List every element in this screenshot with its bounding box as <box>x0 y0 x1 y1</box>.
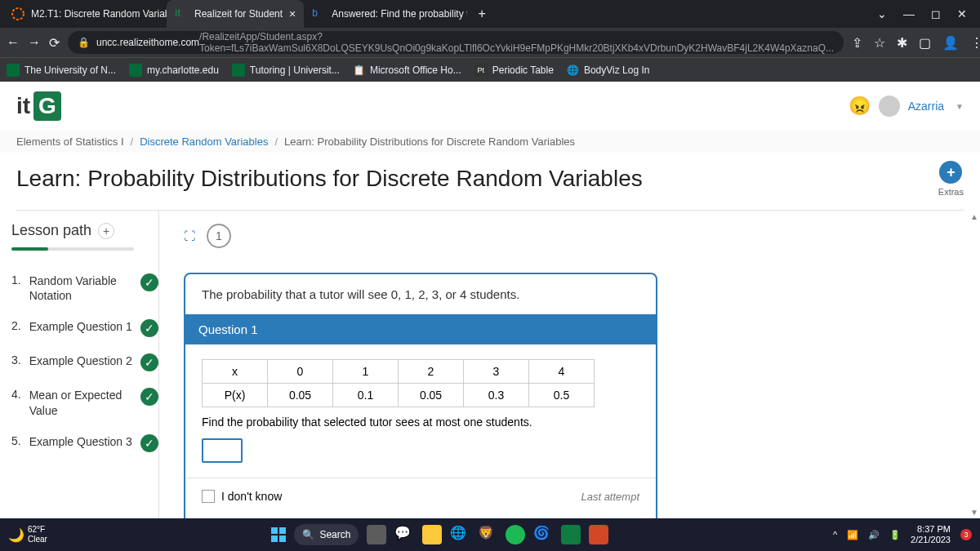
lesson-label: Example Question 1 <box>29 319 132 334</box>
sidebar: Lesson path + 1.Random Variable Notation… <box>0 211 159 518</box>
back-button[interactable]: ← <box>7 33 20 52</box>
maximize-icon[interactable]: ◻ <box>931 7 941 20</box>
powerpoint-icon[interactable] <box>589 525 608 544</box>
excel-icon[interactable] <box>561 525 581 544</box>
lesson-num: 2. <box>11 319 21 332</box>
breadcrumb-item[interactable]: Elements of Statistics I <box>16 136 124 148</box>
close-icon[interactable]: ✕ <box>957 7 967 20</box>
bookmark-icon: Pt <box>474 64 488 77</box>
toolbar-icons: ⇪ ☆ ✱ ▢ 👤 ⋮ <box>852 35 980 51</box>
bookmark-label: BodyViz Log In <box>584 64 650 76</box>
question-intro: The probability that a tutor will see 0,… <box>185 274 656 314</box>
dont-know-option[interactable]: I don't know <box>202 490 282 503</box>
avatar[interactable] <box>879 96 900 117</box>
window-controls: ⌄ — ◻ ✕ <box>867 7 977 20</box>
tab-label: Answered: Find the probability th <box>332 8 467 20</box>
breadcrumb-sep: / <box>131 136 134 148</box>
chevron-down-icon[interactable]: ▼ <box>956 102 964 111</box>
last-attempt-label: Last attempt <box>581 491 639 503</box>
profile-icon[interactable]: 👤 <box>942 35 959 51</box>
browser-chrome: M2.T1: Discrete Random Variable × it Rea… <box>0 0 980 82</box>
bookmark-label: The University of N... <box>24 64 116 76</box>
weather-widget[interactable]: 62°F Clear <box>28 525 47 544</box>
lesson-item[interactable]: 1.Random Variable Notation✓ <box>11 265 158 311</box>
share-icon[interactable]: ⇪ <box>852 35 862 51</box>
chat-icon[interactable]: 💬 <box>394 525 414 544</box>
url-bar[interactable]: 🔒 uncc.realizeithome.com /RealizeitApp/S… <box>68 31 844 54</box>
extras-button[interactable]: + Extras <box>938 161 964 197</box>
question-label: Question 1 <box>185 314 656 344</box>
lesson-item[interactable]: 3.Example Question 2✓ <box>11 345 158 380</box>
checkbox[interactable] <box>202 490 215 503</box>
chrome-icon[interactable]: 🌐 <box>450 525 470 544</box>
extension-icon[interactable]: ✱ <box>897 35 907 51</box>
table-cell: 0 <box>268 360 333 384</box>
table-cell: 0.05 <box>399 384 464 407</box>
lesson-num: 5. <box>11 434 21 447</box>
tab-1[interactable]: M2.T1: Discrete Random Variable × <box>3 0 167 28</box>
lesson-item[interactable]: 4.Mean or Expected Value✓ <box>11 380 158 425</box>
menu-icon[interactable]: ⋮ <box>970 35 980 51</box>
wifi-icon[interactable]: 📶 <box>847 530 858 540</box>
bookmark-item[interactable]: PtPeriodic Table <box>474 64 554 77</box>
task-view-icon[interactable] <box>367 525 386 544</box>
tab-2[interactable]: it Realizeit for Student × <box>167 0 304 28</box>
bookmark-item[interactable]: The University of N... <box>7 64 116 77</box>
search-label: Search <box>319 529 350 540</box>
bookmark-label: Microsoft Office Ho... <box>370 64 461 76</box>
notification-badge[interactable]: 3 <box>960 529 972 540</box>
system-tray: ^ 📶 🔊 🔋 8:37 PM 2/21/2023 3 <box>833 524 972 545</box>
table-cell: x <box>203 360 268 384</box>
bookmark-item[interactable]: 📋Microsoft Office Ho... <box>353 64 461 76</box>
question-text: Find the probability that selected tutor… <box>202 415 639 429</box>
emoji-icon[interactable]: 😠 <box>849 96 871 117</box>
spotify-icon[interactable] <box>506 525 525 544</box>
explorer-icon[interactable] <box>422 525 442 544</box>
breadcrumbs: Elements of Statistics I / Discrete Rand… <box>0 131 980 153</box>
time: 8:37 PM <box>911 524 951 535</box>
check-icon: ✓ <box>140 434 158 452</box>
reload-button[interactable]: ⟳ <box>49 33 60 52</box>
search-icon: 🔍 <box>302 529 314 540</box>
check-icon: ✓ <box>140 273 158 291</box>
chevron-up-icon[interactable]: ^ <box>833 530 837 540</box>
star-icon[interactable]: ☆ <box>874 35 885 51</box>
reading-list-icon[interactable]: ▢ <box>919 35 931 51</box>
tab-label: M2.T1: Discrete Random Variable <box>31 8 167 20</box>
clock[interactable]: 8:37 PM 2/21/2023 <box>911 524 951 545</box>
username[interactable]: Azarria <box>908 100 944 113</box>
new-tab-button[interactable]: + <box>470 2 493 25</box>
bookmark-item[interactable]: my.charlotte.edu <box>129 64 219 77</box>
edge-icon[interactable]: 🌀 <box>533 525 553 544</box>
volume-icon[interactable]: 🔊 <box>868 530 880 540</box>
moon-icon: 🌙 <box>8 527 24 543</box>
start-button[interactable] <box>271 527 286 542</box>
expand-icon[interactable]: ⛶ <box>184 229 195 242</box>
chevron-down-icon[interactable]: ⌄ <box>877 7 887 20</box>
battery-icon[interactable]: 🔋 <box>889 530 901 540</box>
add-button[interactable]: + <box>98 223 114 239</box>
scroll-down-icon[interactable]: ▼ <box>970 508 978 517</box>
lesson-item[interactable]: 5.Example Question 3✓ <box>11 426 158 460</box>
minimize-icon[interactable]: — <box>903 7 915 20</box>
brave-icon[interactable]: 🦁 <box>478 525 497 544</box>
plus-icon: + <box>939 161 962 184</box>
page-title: Learn: Probability Distributions for Dis… <box>16 166 643 192</box>
lesson-item[interactable]: 2.Example Question 1✓ <box>11 311 158 345</box>
bookmark-item[interactable]: Tutoring | Universit... <box>232 64 340 77</box>
content-area: ⛶ 1 The probability that a tutor will se… <box>159 211 980 518</box>
question-card: The probability that a tutor will see 0,… <box>184 273 657 518</box>
nav-row: ← → ⟳ 🔒 uncc.realizeithome.com /Realizei… <box>0 28 980 57</box>
scroll-up-icon[interactable]: ▲ <box>970 212 978 221</box>
table-cell: 0.5 <box>529 384 595 407</box>
check-icon: ✓ <box>140 353 158 371</box>
close-icon[interactable]: × <box>289 7 296 20</box>
bookmark-item[interactable]: 🌐BodyViz Log In <box>567 64 650 76</box>
answer-input[interactable] <box>202 438 243 463</box>
tab-3[interactable]: b Answered: Find the probability th × <box>304 0 467 28</box>
logo[interactable]: it G <box>16 91 61 121</box>
search-box[interactable]: 🔍 Search <box>294 524 359 545</box>
breadcrumb-item[interactable]: Discrete Random Variables <box>140 136 268 148</box>
forward-button[interactable]: → <box>28 33 41 52</box>
taskbar: 🌙 62°F Clear 🔍 Search 💬 🌐 🦁 🌀 ^ 📶 🔊 🔋 8:… <box>0 518 980 551</box>
